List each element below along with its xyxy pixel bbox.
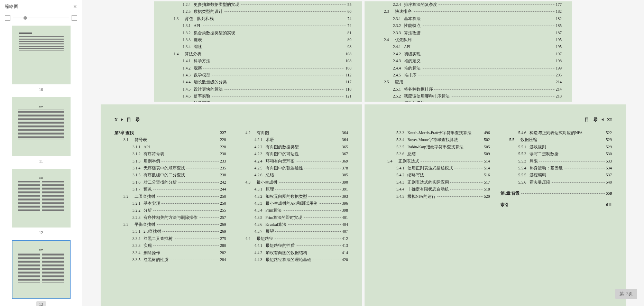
toc-entry[interactable]: 5.5.3 局限533	[500, 158, 612, 164]
toc-entry[interactable]: 第3章 查找227	[114, 130, 226, 136]
toc-entry[interactable]: 4.4.2 加权有向图的数据结构414	[237, 250, 348, 256]
toc-entry[interactable]: 5.5.2 读写二进制数据530	[500, 151, 612, 157]
toc-entry[interactable]: 2.5 应用214	[375, 79, 562, 85]
toc-entry[interactable]: 5.5.5 游程编码537	[500, 172, 612, 178]
toc-entry[interactable]: 3.1.4 无序链表中的顺序查找235	[114, 165, 226, 171]
thumbnail-image[interactable]	[12, 26, 71, 84]
toc-entry[interactable]: 4.3.7 展望407	[237, 228, 348, 234]
zoom-large-icon[interactable]	[72, 15, 77, 21]
toc-entry[interactable]: 5.4 正则表达式514	[378, 158, 490, 164]
toc-entry[interactable]: 4.2.5 有向图中的强连通性378	[237, 165, 348, 171]
toc-entry[interactable]: 1.3.1 API74	[165, 22, 351, 29]
toc-entry[interactable]: 3.3.5 红黑树的性质284	[114, 257, 226, 263]
toc-entry[interactable]: 4.3.4 Prim算法398	[237, 207, 348, 213]
toc-entry[interactable]: 5.4.6 构造与正则表达式对应的NFA522	[500, 130, 612, 136]
toc-entry[interactable]: 4.2.1 术语364	[237, 137, 348, 143]
toc-entry[interactable]: 5.4.3 正则表达式的实际应用517	[378, 179, 490, 185]
toc-entry[interactable]: 5.4.5 模拟NFA的运行520	[378, 193, 490, 200]
toc-entry[interactable]: 1.3 背包、队列和栈74	[165, 16, 351, 22]
thumbnail-page[interactable]: 目 录13	[0, 240, 82, 306]
toc-entry[interactable]: 4.3.6 Kruskal算法404	[237, 221, 348, 228]
toc-entry[interactable]: 3.3.4 删除操作282	[114, 250, 226, 256]
toc-entry[interactable]: 4.3.3 最小生成树的API和测试用例396	[237, 200, 348, 206]
toc-entry[interactable]: 1.4.4 增长数量级的分类117	[165, 79, 351, 85]
toc-entry[interactable]: 3.2 二叉查找树250	[114, 193, 226, 200]
toc-entry[interactable]: 3.2.3 有序性相关的方法与删除操作257	[114, 214, 226, 221]
toc-entry[interactable]: 索引611	[500, 202, 612, 208]
toc-entry[interactable]: 5.3.4 Boyer-Moore字符串查找算法502	[378, 137, 490, 143]
toc-entry[interactable]: 4.3 最小生成树390	[237, 179, 348, 185]
toc-entry[interactable]: 3.2.2 分析255	[114, 207, 226, 213]
toc-entry[interactable]: 3.3 平衡查找树269	[114, 221, 226, 228]
toc-entry[interactable]: 2.4.2 初级实现197	[375, 51, 562, 57]
toc-entry[interactable]: 3.3.2 红黑二叉查找树275	[114, 235, 226, 242]
toc-entry[interactable]: 4.2.6 总结385	[237, 172, 348, 178]
toc-entry[interactable]: 4.4.1 最短路径的性质413	[237, 242, 348, 249]
thumbnail-size-slider[interactable]	[13, 18, 69, 18]
zoom-small-icon[interactable]	[5, 15, 10, 21]
toc-entry[interactable]: 5.3.3 Knuth-Morris-Pratt子字符串查找算法496	[378, 130, 490, 136]
toc-entry[interactable]: 3.1.3 用例举例233	[114, 158, 226, 164]
toc-entry[interactable]: 3.3.3 实现280	[114, 242, 226, 249]
toc-entry[interactable]: 1.4.7 注意事项123	[165, 100, 351, 102]
toc-entry[interactable]: 1.3.4 综述98	[165, 44, 351, 50]
toc-entry[interactable]: 1.3.3 链表89	[165, 37, 351, 43]
thumbnail-page[interactable]: 目 录11	[0, 97, 82, 165]
toc-entry[interactable]: 2.4.5 堆排序205	[375, 72, 562, 78]
toc-entry[interactable]: 4.2 有向图364	[237, 130, 348, 136]
toc-entry[interactable]: 1.4.1 科学方法108	[165, 58, 351, 64]
toc-entry[interactable]: 4.4.3 最短路径算法的理论基础420	[237, 257, 348, 263]
toc-entry[interactable]: 2.3.2 性能特点185	[375, 22, 562, 29]
thumbnail-list[interactable]: 10目 录11目 录12目 录13	[0, 23, 82, 306]
toc-entry[interactable]: 5.3.5 Rabin-Karp指纹字符串查找算法505	[378, 144, 490, 150]
toc-entry[interactable]: 2.4.1 API195	[375, 44, 562, 50]
toc-entry[interactable]: 4.2.2 有向图的数据类型365	[237, 144, 348, 150]
toc-entry[interactable]: 1.3.2 集合类数据类型的实现81	[165, 30, 351, 36]
toc-entry[interactable]: 2.4.4 堆的算法199	[375, 65, 562, 71]
toc-entry[interactable]: 5.4.2 缩略写法516	[378, 172, 490, 178]
toc-entry[interactable]: 2.5.3 问题的归约219	[375, 100, 562, 102]
toc-entry[interactable]: 3.1.1 API228	[114, 144, 226, 150]
toc-entry[interactable]: 2.5.2 我应该使用哪种排序算法218	[375, 93, 562, 99]
toc-entry[interactable]: 1.4.2 观察108	[165, 65, 351, 71]
thumbnail-page[interactable]: 目 录12	[0, 169, 82, 236]
toc-entry[interactable]: 5.5.1 游戏规则529	[500, 144, 612, 150]
thumbnail-page[interactable]: 10	[0, 26, 82, 93]
toc-entry[interactable]: 1.2.4 更多抽象数据类型的实现55	[165, 1, 351, 8]
toc-entry[interactable]: 3.2.1 基本实现250	[114, 200, 226, 206]
toc-entry[interactable]: 5.5.6 霍夫曼压缩540	[500, 179, 612, 185]
toc-entry[interactable]: 4.3.1 原理391	[237, 186, 348, 192]
toc-entry[interactable]: 4.4 最短路径412	[237, 235, 348, 242]
toc-entry[interactable]: 4.3.5 Prim算法的即时实现401	[237, 214, 348, 221]
toc-entry[interactable]: 5.5 数据压缩529	[500, 137, 612, 143]
page-indicator[interactable]: 第13页	[615, 289, 637, 299]
toc-entry[interactable]: 5.3.6 总结509	[378, 151, 490, 157]
thumbnail-image[interactable]: 目 录	[12, 97, 71, 156]
thumbnail-image[interactable]: 目 录	[12, 240, 71, 299]
toc-entry[interactable]: 2.2.4 排序算法的复杂度177	[375, 1, 562, 8]
toc-entry[interactable]: 2.4 优先队列195	[375, 37, 562, 43]
toc-entry[interactable]: 2.3.3 算法改进187	[375, 30, 562, 36]
toc-entry[interactable]: 2.3.1 基本算法182	[375, 16, 562, 22]
toc-entry[interactable]: 4.2.3 有向图中的可达性367	[237, 151, 348, 157]
close-icon[interactable]: ✕	[73, 4, 77, 10]
toc-entry[interactable]: 1.2.5 数据类型的设计60	[165, 8, 351, 15]
toc-entry[interactable]: 1.4.6 倍率实验121	[165, 93, 351, 99]
toc-entry[interactable]: 5.5.4 热身运动：基因组534	[500, 165, 612, 171]
slider-thumb[interactable]	[24, 16, 27, 20]
toc-entry[interactable]: 1.4 算法分析108	[165, 51, 351, 57]
toc-entry[interactable]: 3.1.5 有序数组中的二分查找238	[114, 172, 226, 178]
toc-entry[interactable]: 第6章 背景558	[500, 190, 612, 196]
toc-entry[interactable]: 3.1.7 预览244	[114, 186, 226, 192]
toc-entry[interactable]: 5.4.1 使用正则表达式描述模式514	[378, 165, 490, 171]
toc-entry[interactable]: 2.3 快速排序182	[375, 8, 562, 15]
thumbnail-image[interactable]: 目 录	[12, 169, 71, 228]
toc-entry[interactable]: 1.4.5 设计更快的算法118	[165, 86, 351, 92]
toc-entry[interactable]: 4.3.2 加权无向图的数据类型393	[237, 193, 348, 200]
toc-entry[interactable]: 2.4.3 堆的定义198	[375, 58, 562, 64]
toc-entry[interactable]: 3.1.2 有序符号表230	[114, 151, 226, 157]
toc-entry[interactable]: 5.4.4 非确定有限状态自动机518	[378, 186, 490, 192]
toc-entry[interactable]: 3.1.6 对二分查找的分析242	[114, 179, 226, 185]
toc-entry[interactable]: 2.5.1 将各种数据排序214	[375, 86, 562, 92]
toc-entry[interactable]: 1.4.3 数学模型112	[165, 72, 351, 78]
